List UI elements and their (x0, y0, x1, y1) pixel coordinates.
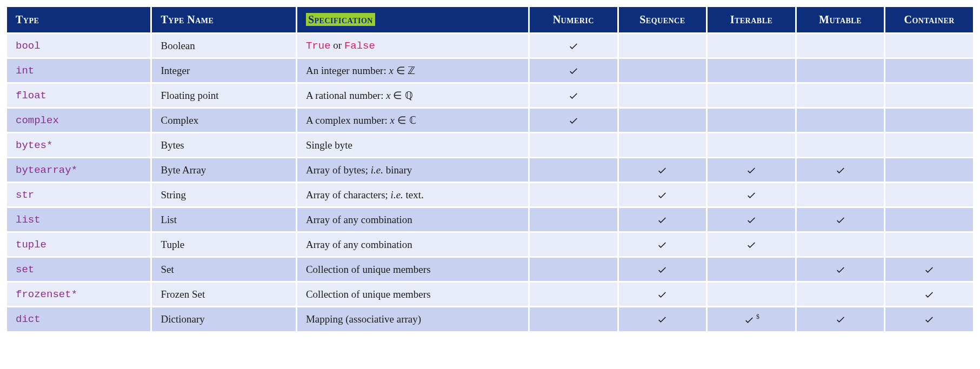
cell-mutable (797, 283, 884, 306)
cell-sequence (619, 183, 706, 206)
type-code: frozenset (16, 289, 71, 300)
cell-specification: Array of bytes; i.e. binary (297, 158, 528, 182)
cell-type-name: String (152, 183, 295, 206)
cell-iterable (708, 59, 795, 82)
cell-specification: Mapping (associative array) (297, 307, 528, 331)
check-icon (568, 116, 579, 126)
check-icon (568, 91, 579, 102)
cell-container (885, 208, 973, 231)
check-icon (656, 265, 668, 276)
cell-iterable: $ (708, 307, 795, 331)
check-icon (568, 41, 579, 52)
cell-specification: A rational number: x ∈ ℚ (297, 84, 528, 107)
cell-specification: Array of any combination (297, 208, 528, 231)
cell-container (885, 109, 973, 132)
check-icon (835, 314, 846, 325)
check-icon (835, 265, 846, 276)
cell-numeric (530, 133, 617, 157)
cell-type: frozenset* (7, 283, 150, 306)
math-rel: ∈ (394, 65, 408, 76)
check-icon (923, 314, 935, 325)
cell-sequence (619, 208, 706, 231)
cell-mutable (797, 34, 884, 57)
math-rel: ∈ (395, 115, 409, 126)
cell-iterable (708, 34, 795, 57)
math-set: ℂ (409, 115, 416, 126)
header-type-name: Type Name (152, 7, 295, 32)
cell-sequence (619, 258, 706, 281)
cell-numeric (530, 258, 617, 281)
cell-specification: Collection of unique members (297, 283, 528, 306)
cell-iterable (708, 158, 795, 182)
cell-type-name: Byte Array (152, 158, 295, 182)
cell-specification: Array of any combination (297, 233, 528, 256)
cell-mutable (797, 158, 884, 182)
keyword-false: False (344, 40, 375, 52)
math-var: x (386, 90, 390, 101)
spec-text: Array of characters; (306, 189, 391, 200)
spec-text: text. (403, 189, 424, 200)
cell-specification: A complex number: x ∈ ℂ (297, 109, 528, 132)
table-row: setSetCollection of unique members (7, 258, 973, 281)
check-icon (656, 314, 668, 325)
check-icon (745, 190, 757, 201)
cell-specification: An integer number: x ∈ ℤ (297, 59, 528, 82)
check-icon (745, 165, 757, 176)
cell-sequence (619, 233, 706, 256)
keyword-true: True (306, 40, 331, 52)
cell-type-name: Complex (152, 109, 295, 132)
cell-container (885, 59, 973, 82)
type-code: tuple (16, 239, 46, 251)
spec-text: An integer number: (306, 65, 389, 76)
cell-type: int (7, 59, 150, 82)
cell-iterable (708, 233, 795, 256)
cell-type: dict (7, 307, 150, 331)
table-row: bytes*BytesSingle byte (7, 133, 973, 157)
check-icon (835, 215, 846, 226)
cell-sequence (619, 59, 706, 82)
spec-ie: i.e. (371, 164, 383, 176)
cell-sequence (619, 84, 706, 107)
cell-numeric (530, 34, 617, 57)
cell-iterable (708, 183, 795, 206)
cell-numeric (530, 307, 617, 331)
table-row: frozenset*Frozen SetCollection of unique… (7, 283, 973, 306)
type-code: bytes (16, 139, 46, 151)
header-container: Container (885, 7, 973, 32)
table-header-row: Type Type Name Specification Numeric Seq… (7, 7, 973, 32)
table-row: dictDictionaryMapping (associative array… (7, 307, 973, 331)
cell-iterable (708, 133, 795, 157)
cell-container (885, 283, 973, 306)
cell-type: list (7, 208, 150, 231)
cell-container (885, 84, 973, 107)
cell-sequence (619, 133, 706, 157)
math-set: ℤ (408, 65, 415, 76)
cell-numeric (530, 208, 617, 231)
cell-container (885, 133, 973, 157)
table-row: listListArray of any combination (7, 208, 973, 231)
star-icon: * (46, 139, 52, 151)
table-row: floatFloating pointA rational number: x … (7, 84, 973, 107)
math-var: x (389, 65, 393, 76)
star-icon: * (71, 164, 77, 176)
check-icon (656, 240, 668, 251)
math-var: x (390, 115, 395, 126)
check-icon (656, 165, 668, 176)
table-row: intIntegerAn integer number: x ∈ ℤ (7, 59, 973, 82)
cell-mutable (797, 258, 884, 281)
header-specification: Specification (297, 7, 528, 32)
check-icon (745, 215, 757, 226)
header-numeric: Numeric (530, 7, 617, 32)
cell-type-name: Tuple (152, 233, 295, 256)
star-icon: * (71, 289, 77, 300)
cell-type-name: Frozen Set (152, 283, 295, 306)
cell-specification: Collection of unique members (297, 258, 528, 281)
cell-type: complex (7, 109, 150, 132)
cell-specification: True or False (297, 34, 528, 57)
table-row: boolBooleanTrue or False (7, 34, 973, 57)
math-set: ℚ (405, 90, 413, 101)
math-rel: ∈ (391, 90, 405, 101)
check-icon (656, 290, 668, 300)
check-icon (745, 240, 757, 251)
cell-numeric (530, 283, 617, 306)
